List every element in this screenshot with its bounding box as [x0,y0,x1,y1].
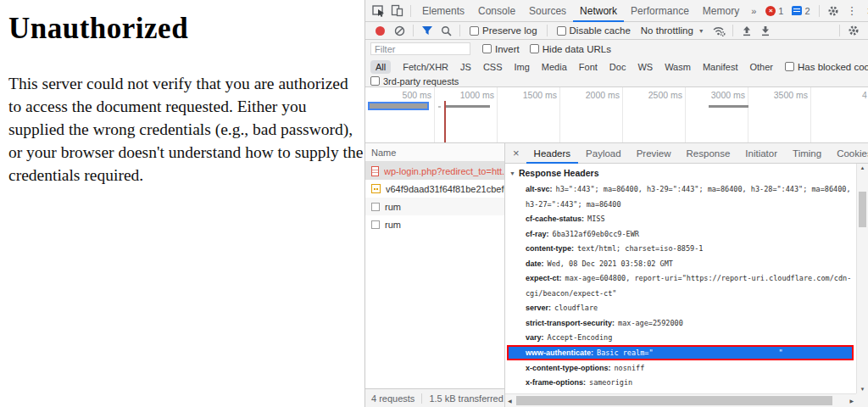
scroll-down-icon[interactable]: ▼ [857,387,868,392]
detail-tab-timing[interactable]: Timing [785,143,829,164]
disable-cache-checkbox[interactable]: Disable cache [557,25,631,36]
tab-elements[interactable]: Elements [415,0,471,22]
scroll-up-icon[interactable]: ▲ [857,165,868,170]
headers-content: ▼ Response Headers alt-svc:h3=":443"; ma… [505,164,856,393]
detail-tab-cookies[interactable]: Cookies [829,143,868,164]
scroll-left-icon[interactable]: ◀ [508,398,512,404]
request-row-script[interactable]: v64f9daad31f64f81be21cbef6... [365,180,504,198]
header-alt-svc: alt-svc:h3=":443"; ma=86400, h3-29=":443… [505,181,856,197]
checkbox [482,44,492,53]
header-strict-transport-security: strict-transport-security:max-age=259200… [505,315,856,331]
detail-tab-headers[interactable]: Headers [526,143,578,164]
scrollbar-corner [856,393,868,407]
detail-tab-initiator[interactable]: Initiator [737,143,785,164]
clear-icon[interactable] [390,22,409,39]
disclosure-triangle-icon: ▼ [509,170,515,176]
settings-gear-icon[interactable] [824,3,843,20]
header-www-authenticate-highlighted: www-authenticate:Basic realm="" [507,345,854,360]
close-detail-icon[interactable]: × [505,147,526,159]
filter-input[interactable] [370,42,470,55]
checkbox [470,26,479,36]
generic-request-icon [371,203,380,211]
detail-tabbar: × Headers Payload Preview Response Initi… [505,143,868,164]
request-row-rum-2[interactable]: rum [365,215,504,233]
tab-console[interactable]: Console [471,0,522,22]
inspect-element-icon[interactable] [369,3,387,20]
response-headers-section[interactable]: ▼ Response Headers [505,164,856,181]
close-devtools-icon[interactable]: × [862,3,868,18]
type-filter-img[interactable]: Img [509,60,535,74]
timeline-tick: 2000 ms [560,90,620,100]
vertical-scrollbar[interactable]: ▲ ▼ [856,164,868,393]
devtools-panel: Elements Console Sources Network Perform… [364,0,868,407]
has-blocked-cookies-checkbox[interactable]: Has blocked cookies [785,62,868,72]
body-line: supplied the wrong credentials (e.g., ba… [8,118,364,141]
network-settings-gear-icon[interactable] [844,22,863,39]
timeline-tick-clipped: 4 [862,90,867,100]
script-icon [371,184,381,193]
search-icon[interactable] [437,22,455,39]
preserve-log-checkbox[interactable]: Preserve log [470,25,537,36]
type-filter-fetchxhr[interactable]: Fetch/XHR [398,60,453,74]
request-row-wp-login[interactable]: wp-login.php?redirect_to=htt... [365,162,504,180]
tab-performance[interactable]: Performance [624,0,696,22]
request-list-empty-area [365,233,504,388]
timeline-tick: 500 ms [372,90,431,100]
type-filter-other[interactable]: Other [744,60,778,74]
vertical-scroll-thumb[interactable] [859,192,866,227]
network-conditions-icon[interactable] [709,22,728,39]
header-alt-svc-cont: h3-27=":443"; ma=86400 [505,197,856,212]
header-server: server:cloudflare [505,300,856,315]
export-har-icon[interactable] [756,22,775,39]
checkbox [370,76,380,86]
error-badge[interactable]: × 1 [761,6,787,16]
tab-network[interactable]: Network [573,0,624,22]
type-filter-font[interactable]: Font [574,60,603,74]
header-x-content-type-options: x-content-type-options:nosniff [505,360,856,376]
request-row-rum-1[interactable]: rum [365,198,504,215]
browser-page: Unauthorized This server could not verif… [0,0,364,407]
type-filter-doc[interactable]: Doc [604,60,632,74]
import-har-icon[interactable] [737,22,756,39]
detail-tab-response[interactable]: Response [679,143,738,164]
type-filter-js[interactable]: JS [455,60,476,74]
type-filter-css[interactable]: CSS [478,60,508,74]
horizontal-scroll-thumb[interactable] [516,396,832,405]
waterfall-bar [446,105,490,108]
network-overview-timeline[interactable]: 500 ms 1000 ms 1500 ms 2000 ms 2500 ms 3… [365,87,868,143]
type-filter-all[interactable]: All [370,60,391,74]
invert-checkbox[interactable]: Invert [482,44,520,54]
network-toolbar: Preserve log Disable cache No throttling… [365,22,868,40]
checkbox [530,44,539,53]
header-expect-ct-cont: cgi/beacon/expect-ct" [505,286,856,301]
timeline-tick: 1500 ms [498,90,557,100]
throttling-select[interactable]: No throttling ▼ [641,25,704,36]
header-expect-ct: expect-ct:max-age=604800, report-uri="ht… [505,270,856,286]
detail-tab-payload[interactable]: Payload [578,143,629,164]
chevron-down-icon: ▼ [698,28,704,34]
device-toolbar-icon[interactable] [387,3,406,20]
filter-funnel-icon[interactable] [418,22,437,39]
timeline-tick: 2500 ms [623,90,682,100]
horizontal-scrollbar[interactable]: ◀ ▶ [505,393,856,407]
type-filter-manifest[interactable]: Manifest [698,60,743,74]
more-options-icon[interactable]: ⋮ [843,4,862,17]
error-icon: × [765,6,776,16]
record-icon[interactable] [376,26,385,36]
checkbox [557,26,566,36]
type-filter-media[interactable]: Media [537,60,572,74]
scroll-right-icon[interactable]: ▶ [849,398,854,404]
hide-data-urls-checkbox[interactable]: Hide data URLs [530,44,611,54]
name-column-header[interactable]: Name [365,143,504,162]
body-line: credentials required. [8,164,364,187]
type-filter-ws[interactable]: WS [632,60,658,74]
waterfall-bar [709,105,748,108]
detail-tab-preview[interactable]: Preview [629,143,679,164]
type-filter-wasm[interactable]: Wasm [659,60,696,74]
third-party-requests-checkbox[interactable]: 3rd-party requests [370,76,459,86]
gridline [810,87,811,142]
more-tabs-icon[interactable]: » [746,6,761,16]
tab-sources[interactable]: Sources [522,0,573,22]
tab-memory[interactable]: Memory [696,0,746,22]
issues-badge[interactable]: 2 [787,6,814,16]
